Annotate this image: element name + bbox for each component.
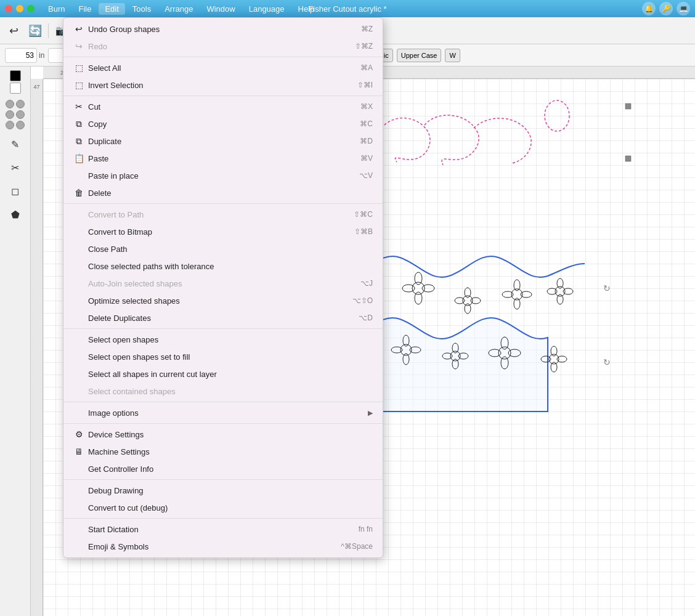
cut-shortcut: ⌘X bbox=[360, 102, 373, 111]
convert-bitmap-label: Convert to Bitmap bbox=[88, 227, 152, 237]
menu-item-paste-in-place[interactable]: · Paste in place ⌥V bbox=[63, 167, 383, 184]
menu-burn[interactable]: Burn bbox=[42, 3, 71, 15]
paste-shortcut: ⌘V bbox=[360, 154, 373, 163]
menu-tools[interactable]: Tools bbox=[126, 3, 157, 15]
menu-item-duplicate[interactable]: ⧉ Duplicate ⌘D bbox=[63, 132, 383, 150]
menu-item-device-settings[interactable]: ⚙ Device Settings bbox=[63, 426, 383, 443]
close-path-label: Close Path bbox=[88, 245, 128, 254]
ruler-vertical: 47 bbox=[31, 79, 43, 616]
menu-edit[interactable]: Edit bbox=[99, 3, 124, 15]
svg-point-38 bbox=[402, 285, 415, 292]
dot-6[interactable] bbox=[16, 121, 25, 129]
menu-item-convert-path[interactable]: · Convert to Path ⇧⌘C bbox=[63, 206, 383, 223]
menu-item-image-options[interactable]: · Image options ▶ bbox=[63, 404, 383, 421]
dot-2[interactable] bbox=[16, 100, 25, 108]
menu-item-convert-cut-debug[interactable]: · Convert to cut (debug) bbox=[63, 499, 383, 516]
menu-item-delete[interactable]: 🗑 Delete bbox=[63, 184, 383, 201]
undo-icon: ↩ bbox=[73, 23, 84, 34]
menu-item-close-selected[interactable]: · Close selected paths with tolerance bbox=[63, 257, 383, 275]
copy-label: Copy bbox=[88, 120, 107, 129]
menu-item-convert-bitmap[interactable]: · Convert to Bitmap ⇧⌘B bbox=[63, 223, 383, 240]
svg-point-0 bbox=[545, 100, 569, 131]
sidebar-tool-4[interactable]: ⬟ bbox=[4, 203, 26, 225]
device-settings-label: Device Settings bbox=[88, 430, 144, 439]
menu-item-optimize[interactable]: · Optimize selected shapes ⌥⇧O bbox=[63, 292, 383, 309]
select-all-shortcut: ⌘A bbox=[360, 63, 373, 72]
menu-item-select-all[interactable]: ⬚ Select All ⌘A bbox=[63, 59, 383, 76]
x-input[interactable] bbox=[5, 48, 37, 63]
window-title: Fisher Cutout acrylic * bbox=[308, 4, 386, 14]
sidebar-tool-1[interactable]: ✎ bbox=[4, 133, 26, 155]
menu-item-select-all-layer[interactable]: · Select all shapes in current cut layer bbox=[63, 365, 383, 383]
delete-duplicates-label: Delete Duplicates bbox=[88, 314, 151, 323]
svg-point-37 bbox=[415, 292, 422, 304]
menu-item-close-path[interactable]: · Close Path bbox=[63, 240, 383, 257]
svg-point-90 bbox=[551, 346, 557, 356]
maximize-window-btn[interactable] bbox=[27, 5, 35, 12]
invert-selection-label: Invert Selection bbox=[88, 81, 144, 90]
menu-file[interactable]: File bbox=[72, 3, 97, 15]
duplicate-label: Duplicate bbox=[88, 137, 121, 146]
paste-icon: 📋 bbox=[73, 153, 84, 164]
menu-item-undo[interactable]: ↩ Undo Group shapes ⌘Z bbox=[63, 20, 383, 38]
svg-point-43 bbox=[455, 298, 465, 304]
menu-item-select-contained[interactable]: · Select contained shapes bbox=[63, 383, 383, 400]
menu-item-cut[interactable]: ✂ Cut ⌘X bbox=[63, 98, 383, 115]
svg-text:↻: ↻ bbox=[603, 283, 611, 293]
optimize-shortcut: ⌥⇧O bbox=[352, 296, 373, 305]
menu-item-select-open[interactable]: · Select open shapes bbox=[63, 331, 383, 348]
select-all-layer-label: Select all shapes in current cut layer bbox=[88, 370, 217, 379]
auto-join-shortcut: ⌥J bbox=[360, 279, 373, 288]
tool-btn-1[interactable]: ↩ bbox=[4, 21, 23, 41]
dot-4[interactable] bbox=[16, 110, 25, 119]
select-open-label: Select open shapes bbox=[88, 335, 158, 344]
menu-item-redo[interactable]: ↪ Redo ⇧⌘Z bbox=[63, 38, 383, 55]
emoji-symbols-shortcut: ^⌘Space bbox=[341, 542, 373, 551]
menu-item-auto-join[interactable]: · Auto-Join selected shapes ⌥J bbox=[63, 275, 383, 292]
menu-item-paste[interactable]: 📋 Paste ⌘V bbox=[63, 150, 383, 167]
device-settings-icon: ⚙ bbox=[73, 429, 84, 440]
edit-dropdown-menu: ↩ Undo Group shapes ⌘Z ↪ Redo ⇧⌘Z ⬚ Sele… bbox=[63, 17, 383, 558]
menu-item-delete-duplicates[interactable]: · Delete Duplicates ⌥D bbox=[63, 309, 383, 326]
dot-5[interactable] bbox=[6, 121, 14, 129]
color-swatch-white[interactable] bbox=[10, 83, 21, 94]
select-all-icon: ⬚ bbox=[73, 62, 84, 73]
x-unit: in bbox=[39, 51, 44, 60]
auto-join-label: Auto-Join selected shapes bbox=[88, 279, 182, 288]
tool-btn-2[interactable]: 🔄 bbox=[25, 21, 45, 41]
svg-point-92 bbox=[551, 362, 557, 372]
redo-label: Redo bbox=[88, 42, 107, 51]
dot-1[interactable] bbox=[6, 100, 14, 108]
menu-item-invert-selection[interactable]: ⬚ Invert Selection ⇧⌘I bbox=[63, 76, 383, 94]
sidebar-tool-3[interactable]: ◻ bbox=[4, 180, 26, 202]
svg-point-91 bbox=[557, 356, 567, 362]
menu-item-get-controller[interactable]: · Get Controller Info bbox=[63, 460, 383, 477]
menu-item-copy[interactable]: ⧉ Copy ⌘C bbox=[63, 115, 383, 132]
minimize-window-btn[interactable] bbox=[16, 5, 23, 12]
delete-label: Delete bbox=[88, 188, 112, 198]
w-toggle[interactable]: W bbox=[445, 49, 460, 62]
menu-item-start-dictation[interactable]: · Start Dictation fn fn bbox=[63, 521, 383, 538]
close-window-btn[interactable] bbox=[5, 5, 12, 12]
upper-toggle[interactable]: Upper Case bbox=[397, 49, 442, 62]
color-swatch-black[interactable] bbox=[10, 70, 21, 81]
menu-language[interactable]: Language bbox=[243, 3, 291, 15]
dot-3[interactable] bbox=[6, 110, 14, 119]
sys-icon-1[interactable]: 🔔 bbox=[642, 2, 656, 15]
menu-item-select-open-fill[interactable]: · Select open shapes set to fill bbox=[63, 348, 383, 365]
menu-window[interactable]: Window bbox=[200, 3, 241, 15]
menu-item-machine-settings[interactable]: 🖥 Machine Settings bbox=[63, 443, 383, 460]
sidebar-tool-2[interactable]: ✂ bbox=[4, 156, 26, 179]
machine-settings-label: Machine Settings bbox=[88, 447, 150, 456]
copy-icon: ⧉ bbox=[73, 118, 84, 129]
svg-point-36 bbox=[422, 285, 434, 292]
paste-label: Paste bbox=[88, 154, 108, 163]
svg-point-53 bbox=[547, 288, 557, 294]
menu-arrange[interactable]: Arrange bbox=[158, 3, 199, 15]
menu-item-emoji-symbols[interactable]: · Emoji & Symbols ^⌘Space bbox=[63, 538, 383, 555]
sys-icon-2[interactable]: 🔑 bbox=[659, 2, 673, 15]
sys-icon-3[interactable]: 💻 bbox=[677, 2, 690, 15]
svg-text:↻: ↻ bbox=[603, 357, 611, 367]
svg-point-89 bbox=[549, 354, 559, 364]
menu-item-debug-drawing[interactable]: · Debug Drawing bbox=[63, 482, 383, 499]
